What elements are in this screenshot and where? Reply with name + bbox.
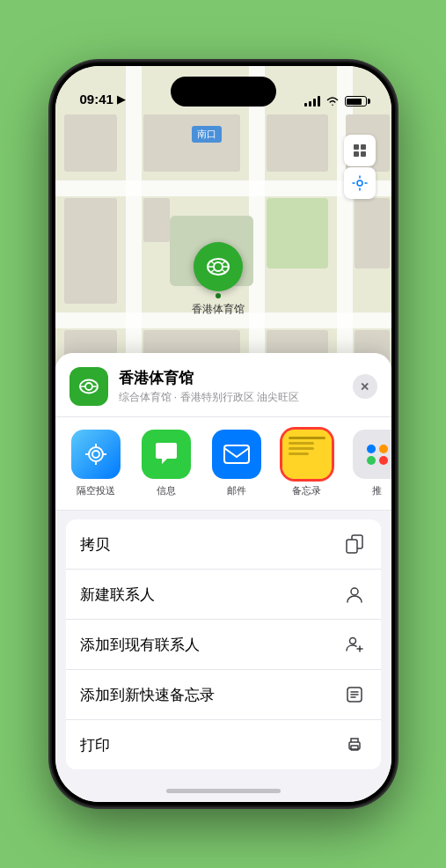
venue-icon <box>69 367 108 406</box>
wifi-icon <box>325 96 340 107</box>
share-app-airdrop[interactable]: 隔空投送 <box>69 430 122 497</box>
venue-name: 香港体育馆 <box>119 368 342 388</box>
svg-point-26 <box>349 638 355 644</box>
battery-icon <box>345 96 367 107</box>
map-label: 南口 <box>192 126 222 143</box>
share-app-notes[interactable]: 备忘录 <box>281 430 333 497</box>
dynamic-island <box>171 77 276 107</box>
quick-note-icon <box>342 682 367 707</box>
share-app-mail[interactable]: 邮件 <box>210 430 263 497</box>
venue-subtitle: 综合体育馆 · 香港特别行政区 油尖旺区 <box>119 390 342 405</box>
home-indicator <box>166 789 281 793</box>
svg-rect-35 <box>351 746 358 750</box>
mail-label: 邮件 <box>227 484 246 497</box>
share-app-messages[interactable]: 信息 <box>140 430 193 497</box>
svg-rect-22 <box>224 445 249 463</box>
share-app-more[interactable]: 推 <box>351 430 391 497</box>
mail-icon <box>212 430 261 479</box>
print-icon <box>342 732 367 757</box>
bottom-sheet: 香港体育馆 综合体育馆 · 香港特别行政区 油尖旺区 ✕ <box>55 353 391 802</box>
action-print[interactable]: 打印 <box>66 720 381 769</box>
airdrop-label: 隔空投送 <box>77 484 115 497</box>
venue-info: 香港体育馆 综合体育馆 · 香港特别行政区 油尖旺区 <box>119 368 342 405</box>
signal-icon <box>304 96 320 107</box>
action-new-contact[interactable]: 新建联系人 <box>66 570 381 620</box>
location-arrow-icon: ▶ <box>117 93 125 106</box>
svg-point-16 <box>89 447 103 461</box>
quick-note-label: 添加到新快速备忘录 <box>80 685 215 705</box>
svg-point-25 <box>351 588 358 595</box>
pin-dot <box>216 293 221 298</box>
more-label: 推 <box>372 484 382 497</box>
airdrop-icon <box>71 430 121 479</box>
svg-rect-1 <box>361 144 366 150</box>
time-display: 09:41 <box>80 92 113 107</box>
action-quick-note[interactable]: 添加到新快速备忘录 <box>66 670 381 720</box>
svg-line-8 <box>211 261 215 264</box>
svg-line-10 <box>211 269 215 272</box>
action-add-contact[interactable]: 添加到现有联系人 <box>66 620 381 670</box>
messages-icon <box>142 430 191 479</box>
copy-label: 拷贝 <box>80 534 110 555</box>
more-icon <box>353 430 391 479</box>
print-label: 打印 <box>80 735 110 755</box>
location-card: 香港体育馆 综合体育馆 · 香港特别行政区 油尖旺区 ✕ <box>55 353 391 417</box>
svg-rect-3 <box>361 151 366 157</box>
svg-point-5 <box>214 262 223 271</box>
pin-label: 香港体育馆 <box>192 302 245 317</box>
close-button[interactable]: ✕ <box>353 374 377 399</box>
copy-icon <box>342 532 367 556</box>
notes-label: 备忘录 <box>292 484 321 497</box>
svg-rect-2 <box>354 151 359 157</box>
new-contact-label: 新建联系人 <box>80 585 155 605</box>
svg-point-17 <box>92 451 99 458</box>
phone-screen: 09:41 ▶ <box>55 66 391 802</box>
location-button[interactable] <box>344 167 376 199</box>
share-apps-row: 隔空投送 信息 <box>55 417 391 511</box>
svg-rect-24 <box>347 540 357 553</box>
svg-line-9 <box>222 261 225 264</box>
svg-point-13 <box>85 383 92 390</box>
svg-line-11 <box>222 269 225 272</box>
action-copy[interactable]: 拷贝 <box>66 519 381 570</box>
phone-frame: 09:41 ▶ <box>52 63 395 805</box>
messages-label: 信息 <box>157 484 176 497</box>
map-layers-button[interactable] <box>344 135 376 166</box>
status-icons <box>304 96 367 107</box>
status-time: 09:41 ▶ <box>80 92 125 107</box>
action-list: 拷贝 新建联系人 <box>66 519 381 769</box>
pin-icon <box>194 242 243 291</box>
svg-rect-0 <box>354 144 359 150</box>
map-buttons <box>344 135 376 199</box>
stadium-pin[interactable]: 香港体育馆 <box>192 242 245 317</box>
add-contact-label: 添加到现有联系人 <box>80 635 200 655</box>
notes-icon <box>282 430 332 479</box>
new-contact-icon <box>342 582 367 607</box>
add-contact-icon <box>342 632 367 657</box>
